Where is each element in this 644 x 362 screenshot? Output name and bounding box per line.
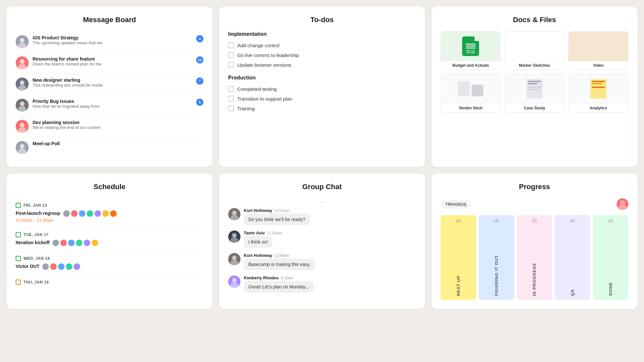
chat-bubble-wrap: Kurt Holloway11:06am Basecamp is making …: [244, 253, 315, 270]
message-board-list: iOS Product Strategy The upcoming update…: [16, 31, 203, 158]
message-item[interactable]: Meet-up Poll: [16, 137, 203, 158]
checkbox[interactable]: [228, 105, 234, 111]
doc-card[interactable]: Budget and Actuals: [441, 31, 501, 70]
message-preview: This onboarding doc should be inside: [33, 83, 192, 88]
todo-item[interactable]: Go live comms to leadership: [228, 50, 416, 60]
checkbox[interactable]: [228, 96, 234, 102]
kanban-count: (2): [532, 218, 537, 223]
doc-label: Budget and Actuals: [441, 61, 500, 70]
typing-indicator: ...: [228, 198, 416, 204]
doc-card[interactable]: Case Study: [505, 74, 564, 113]
chat-bubble: Do you think we'll be ready?: [244, 214, 310, 225]
schedule-item[interactable]: FRI, JAN 13 Post-launch regroup 11:00am …: [16, 198, 203, 228]
chat-message[interactable]: Tamir Aviv11:04am I think so!: [228, 230, 416, 248]
todo-item[interactable]: Completed testing: [228, 84, 416, 94]
doc-label: Case Study: [505, 104, 564, 112]
avatar: [16, 120, 29, 133]
message-item[interactable]: iOS Product Strategy The upcoming update…: [16, 31, 203, 52]
mini-avatar: [63, 210, 70, 217]
message-item[interactable]: Priority Bug Issues Now that we've migra…: [16, 95, 203, 116]
checkbox[interactable]: [228, 42, 234, 48]
doc-card[interactable]: Analytics: [568, 74, 628, 113]
kanban-count: (3): [456, 218, 461, 223]
chat-time: 9:15am: [281, 276, 294, 280]
schedule-item[interactable]: WED, JAN 18 Victor OUT: [16, 251, 203, 275]
svg-point-4: [20, 59, 24, 64]
kanban-board: (3) NEXT UP (4) FIGURING IT OUT (2) IN P…: [441, 215, 628, 300]
schedule-date: WED, JAN 18: [16, 256, 203, 261]
schedule-time: 11:00am – 11:30am: [16, 218, 203, 223]
message-item[interactable]: New designer starting This onboarding do…: [16, 74, 203, 95]
chat-message[interactable]: Kimberly Rhodes9:15am Great! Let's plan …: [228, 275, 416, 293]
doc-card[interactable]: Video: [568, 31, 628, 70]
todo-item[interactable]: Add change control: [228, 40, 416, 50]
todo-item[interactable]: Transition to support plan: [228, 94, 416, 104]
progress-header: TRIAGE(4): [441, 198, 628, 210]
progress-avatar: [617, 198, 628, 210]
svg-point-19: [232, 211, 237, 215]
todo-item[interactable]: Training: [228, 104, 416, 113]
doc-card[interactable]: Vendor Deck: [441, 74, 501, 113]
chat-time: 11:06am: [274, 253, 289, 258]
kanban-count: (4): [494, 218, 499, 223]
chat-time: 11:01am: [274, 208, 289, 213]
kanban-column[interactable]: (2) IN PROGRESS: [517, 215, 552, 300]
message-badge: 12: [196, 56, 203, 63]
kanban-column[interactable]: (2) DONE: [593, 215, 628, 300]
message-content: New designer starting This onboarding do…: [33, 77, 192, 88]
mini-avatar: [83, 239, 91, 246]
doc-label: Marker Sketches: [505, 61, 564, 70]
schedule-card: Schedule FRI, JAN 13 Post-launch regroup…: [7, 174, 212, 309]
chat-message[interactable]: Kurt Holloway11:06am Basecamp is making …: [228, 253, 416, 270]
mini-avatar: [50, 263, 57, 270]
avatar: [16, 99, 29, 112]
mini-avatar: [91, 239, 98, 246]
chat-message[interactable]: Kurt Holloway11:01am Do you think we'll …: [228, 208, 416, 225]
mini-avatar: [73, 263, 80, 270]
chat-sender: Kurt Holloway11:06am: [244, 253, 315, 258]
progress-title: Progress: [441, 183, 628, 191]
avatars-row: [52, 239, 98, 246]
svg-point-30: [620, 200, 625, 205]
schedule-title: Schedule: [16, 183, 203, 191]
message-badge: 5: [196, 99, 203, 106]
kanban-column[interactable]: (4) QA: [555, 215, 590, 300]
message-item[interactable]: Dev planning session We're nearing the e…: [16, 116, 203, 137]
avatar: [16, 35, 29, 48]
doc-label: Video: [569, 61, 628, 70]
checkbox[interactable]: [228, 62, 234, 68]
message-item[interactable]: Resourcing for share feature Given the t…: [16, 52, 203, 74]
chat-bubble: Basecamp is making this easy.: [244, 258, 315, 270]
todo-item[interactable]: Update browser versions: [228, 60, 416, 70]
doc-card[interactable]: Marker Sketches: [505, 31, 564, 70]
checkbox[interactable]: [228, 86, 234, 92]
mini-avatar: [58, 263, 65, 270]
todos-card: To-dos ImplementationAdd change controlG…: [219, 7, 425, 167]
kanban-column[interactable]: (3) NEXT UP: [441, 215, 476, 300]
schedule-date: THU, JAN 19: [16, 280, 203, 285]
doc-preview: [569, 32, 628, 61]
todo-label: Transition to support plan: [237, 96, 292, 102]
chat-sender: Kurt Holloway11:01am: [244, 208, 310, 213]
message-title: Meet-up Poll: [33, 141, 203, 146]
schedule-event: Post-launch regroup: [16, 209, 203, 217]
checkbox[interactable]: [228, 52, 234, 58]
mini-avatar: [68, 239, 75, 246]
kanban-column[interactable]: (4) FIGURING IT OUT: [479, 215, 514, 300]
schedule-item[interactable]: THU, JAN 19: [16, 275, 203, 291]
doc-preview: [505, 74, 564, 104]
mini-avatar: [52, 239, 59, 246]
svg-point-7: [20, 80, 24, 85]
chat-time: 11:04am: [267, 231, 282, 235]
mini-avatar: [94, 210, 101, 217]
message-board-card: Message Board iOS Product Strategy The u…: [7, 7, 212, 167]
docs-title: Docs & Files: [441, 16, 628, 24]
message-preview: We're nearing the end of our current: [33, 125, 203, 130]
doc-label: Vendor Deck: [441, 104, 500, 112]
chat-avatar: [228, 253, 241, 265]
doc-preview: [505, 32, 564, 61]
schedule-item[interactable]: TUE, JAN 17 Iteration kickoff: [16, 228, 203, 251]
avatar: [16, 77, 29, 90]
calendar-icon: [16, 256, 21, 261]
doc-label: Analytics: [569, 104, 628, 112]
